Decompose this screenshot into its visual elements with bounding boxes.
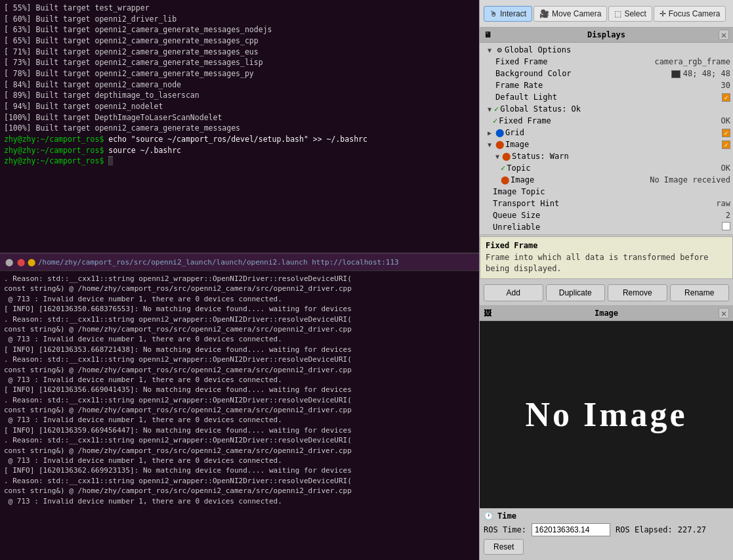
term-line: [ 73%] Built target openni2_camera_gener… [4,57,475,68]
image-sub-value: No Image received [650,175,730,184]
image-sub-row[interactable]: ⬤ Image No Image received [480,174,733,186]
clock-icon: 🕐 [484,511,493,521]
term-line: [ INFO] [1620136356.669041435]: No match… [4,385,475,395]
transport-hint-row[interactable]: Transport Hint raw [480,198,733,209]
term-line: const string&) @ /home/zhy/camport_ros/s… [4,486,475,496]
unreliable-row[interactable]: Unreliable [480,221,733,233]
terminal-prompt: zhy@zhy:~/camport_ros$ echo "source ~/ca… [4,134,475,145]
image-checkbox[interactable] [722,140,730,149]
image-topic-row[interactable]: Image Topic [480,186,733,198]
term-line: [100%] Built target openni2_camera_gener… [4,123,475,134]
image-sub-icon: ⬤ [501,175,509,184]
background-color-value: 48; 48; 48 [671,69,730,78]
term-line: [ 65%] Built target openni2_camera_gener… [4,35,475,47]
image-panel-icon: 🖼 [484,309,492,318]
background-color-row[interactable]: Background Color 48; 48; 48 [480,68,733,79]
term-line: [ 78%] Built target openni2_camera_gener… [4,68,475,79]
image-panel-header: 🖼 Image ✕ [480,306,733,321]
term-line: [ 63%] Built target openni2_camera_gener… [4,24,475,35]
select-label: Select [624,9,646,18]
image-panel: 🖼 Image ✕ No Image [480,306,733,508]
term-line: const string&) @ /home/zhy/camport_ros/s… [4,324,475,334]
interact-button[interactable]: 🖱 Interact [484,6,532,22]
term-line: @ 713 : Invalid device number 1, there a… [4,334,475,344]
displays-header: 🖥 Displays ✕ [480,28,733,43]
grid-checkbox[interactable] [722,128,730,137]
default-light-row[interactable]: Default Light [480,91,733,103]
global-status-label: Global Status: Ok [500,104,730,114]
queue-size-row[interactable]: Queue Size 2 [480,209,733,221]
terminal-top: [ 55%] Built target test_wrapper [ 60%] … [0,0,479,253]
term-line: @ 713 : Invalid device number 1, there a… [4,496,475,506]
unreliable-checkbox[interactable] [722,222,730,232]
image-row[interactable]: ▼ ⬤ Image [480,139,733,150]
add-button[interactable]: Add [484,284,543,301]
fixed-frame-row[interactable]: Fixed Frame camera_rgb_frame [480,56,733,68]
term-line: . Reason: std::__cxx11::string openni2_w… [4,395,475,405]
ros-time-input[interactable] [532,523,610,536]
term-line: . Reason: std::__cxx11::string openni2_w… [4,274,475,284]
remove-button[interactable]: Remove [608,284,667,301]
terminal-path: /home/zhy/camport_ros/src/openni2_launch… [38,258,399,267]
global-options-row[interactable]: ▼ ⚙ Global Options [480,44,733,56]
focus-camera-button[interactable]: ✛ Focus Camera [654,6,726,22]
term-line: [ 84%] Built target openni2_camera_node [4,79,475,91]
duplicate-button[interactable]: Duplicate [546,284,606,301]
grid-enabled-icon: ⬤ [495,128,504,137]
fixed-frame-label: Fixed Frame [495,57,649,66]
gear-icon: ⚙ [494,45,505,54]
image-panel-title: Image [595,309,618,318]
ros-elapsed-value: 227.27 [678,525,706,534]
default-light-check-icon[interactable] [722,93,730,102]
toolbar: 🖱 Interact 🎥 Move Camera ⬚ Select ✛ Focu… [480,0,733,28]
status-warn-row[interactable]: ▼ ⬤ Status: Warn [480,150,733,162]
term-line: . Reason: std::__cxx11::string openni2_w… [4,435,475,445]
global-options-label: Global Options [505,45,730,54]
global-status-arrow[interactable]: ▼ [485,106,494,113]
topic-value: OK [721,163,730,173]
displays-close-button[interactable]: ✕ [719,30,729,40]
unreliable-check-icon[interactable] [722,222,730,230]
term-line: . Reason: std::__cxx11::string openni2_w… [4,314,475,324]
terminal-area: [ 55%] Built target test_wrapper [ 60%] … [0,0,479,560]
status-warn-icon: ⬤ [502,152,511,161]
term-line: [ INFO] [1620136359.669456447]: No match… [4,425,475,435]
default-light-checkbox[interactable] [722,93,730,102]
rename-button[interactable]: Rename [670,284,730,301]
term-line: [ 71%] Built target openni2_camera_gener… [4,47,475,58]
displays-icon: 🖥 [484,30,492,39]
move-camera-icon: 🎥 [539,9,549,18]
topic-row[interactable]: ✓ Topic OK [480,162,733,174]
term-line: [100%] Built target DepthImageToLaserSca… [4,112,475,123]
term-line: [ INFO] [1620136362.669923135]: No match… [4,465,475,475]
frame-rate-row[interactable]: Frame Rate 30 [480,79,733,91]
interact-label: Interact [500,9,526,18]
term-line: [ 89%] Built target depthimage_to_lasers… [4,90,475,101]
terminal-prompt: zhy@zhy:~/camport_ros$ source ~/.bashrc [4,145,475,156]
terminal-bottom: . Reason: std::__cxx11::string openni2_w… [0,271,479,560]
image-display: No Image [480,321,733,508]
term-line: @ 713 : Invalid device number 1, there a… [4,415,475,425]
grid-check-icon[interactable] [722,129,730,137]
select-button[interactable]: ⬚ Select [608,6,652,22]
grid-row[interactable]: ▶ ⬤ Grid [480,127,733,139]
move-camera-button[interactable]: 🎥 Move Camera [534,6,607,22]
global-options-arrow[interactable]: ▼ [485,47,494,54]
reset-button[interactable]: Reset [484,539,524,555]
image-panel-close-button[interactable]: ✕ [719,308,729,318]
grid-arrow[interactable]: ▶ [485,129,494,137]
terminal-prompt-active[interactable]: zhy@zhy:~/camport_ros$ █ [4,156,475,167]
term-line: const string&) @ /home/zhy/camport_ros/s… [4,405,475,415]
status-warn-label: Status: Warn [512,152,730,161]
global-status-row[interactable]: ▼ ✓ Global Status: Ok [480,103,733,115]
term-line: const string&) @ /home/zhy/camport_ros/s… [4,365,475,375]
status-warn-arrow[interactable]: ▼ [493,153,502,160]
time-header: 🕐 Time [484,511,729,521]
image-arrow[interactable]: ▼ [485,141,494,148]
image-check-icon[interactable] [722,140,730,149]
displays-tree: ▼ ⚙ Global Options Fixed Frame camera_rg… [480,43,733,234]
transport-hint-label: Transport Hint [493,199,711,208]
term-line: [ 55%] Built target test_wrapper [4,3,475,14]
move-camera-label: Move Camera [552,9,601,18]
global-status-fixed-frame-row[interactable]: ✓ Fixed Frame OK [480,115,733,127]
